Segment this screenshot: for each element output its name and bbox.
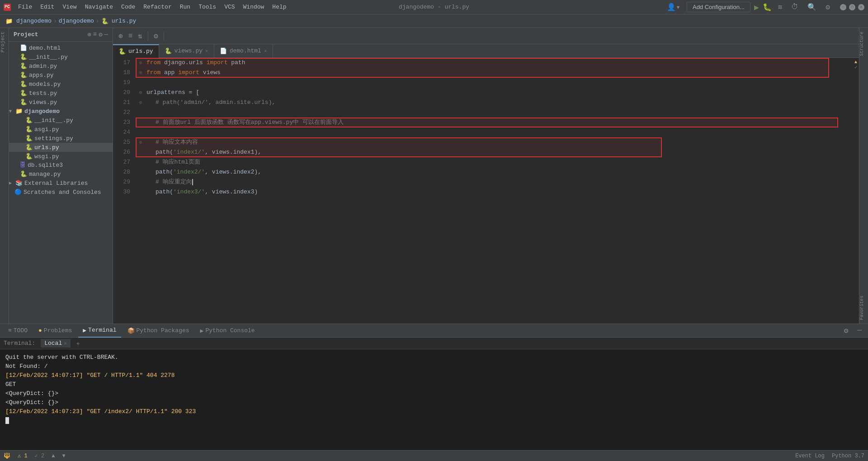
- tree-item-init2[interactable]: 🐍 __init__.py: [9, 116, 113, 125]
- tree-item-urls[interactable]: 🐍 urls.py: [9, 143, 113, 152]
- warnings-badge[interactable]: ⚠ 1: [18, 452, 28, 459]
- code-editor[interactable]: 17 18 19 20 21 22 23 24 25 26 27 28 29 3…: [113, 58, 859, 324]
- packages-label: Python Packages: [137, 327, 189, 334]
- tab-close-views[interactable]: ✕: [205, 48, 208, 54]
- toolbar-sep: [148, 32, 148, 41]
- code-content[interactable]: ⊙ from django.urls import path ⊙ from ap…: [136, 58, 852, 324]
- favorites-label: Favorites: [859, 292, 868, 324]
- menu-file[interactable]: File: [14, 3, 36, 11]
- editor-toolbar: ⊕ ≡ ⇅ ⚙: [113, 28, 859, 44]
- settings-icon[interactable]: ⚙: [823, 2, 833, 13]
- tree-item-admin[interactable]: 🐍 admin.py: [9, 61, 113, 71]
- tab-close-demo[interactable]: ✕: [264, 48, 267, 54]
- py-file-icon: 🐍: [20, 53, 27, 61]
- panel-tab-python-packages[interactable]: 📦 Python Packages: [123, 324, 194, 338]
- event-log-link[interactable]: Event Log: [795, 453, 825, 459]
- toolbar-sep2: [164, 32, 164, 41]
- tree-item-init[interactable]: 🐍 __init__.py: [9, 52, 113, 61]
- sidebar-gear-icon[interactable]: ⚙: [99, 31, 102, 38]
- tree-item-manage[interactable]: 🐍 manage.py: [9, 169, 113, 179]
- menu-refactor[interactable]: Refactor: [140, 3, 175, 11]
- checks-badge[interactable]: ✓ 2: [35, 452, 45, 459]
- breadcrumb-file[interactable]: urls.py: [112, 18, 137, 24]
- window-controls: 👤▾ Add Configuration... ▶ 🐛 ≋ ⏱ 🔍 ⚙ — ❐ …: [664, 2, 864, 13]
- expand-btn[interactable]: ⇅: [136, 31, 144, 42]
- html-file-icon: 📄: [20, 44, 27, 52]
- add-config-button[interactable]: Add Configuration...: [687, 2, 750, 12]
- code-line-23: # 前面放url 后面放函数 函数写在app.views.py中 可以在前面导入: [136, 118, 852, 127]
- code-line-27: # 响应html页面: [136, 157, 852, 167]
- terminal-output: Quit the server with CTRL-BREAK. Not Fou…: [0, 349, 868, 450]
- terminal-local-tab[interactable]: Local ✕: [41, 339, 71, 348]
- tree-item-tests[interactable]: 🐍 tests.py: [9, 89, 113, 98]
- maximize-button[interactable]: ❐: [849, 4, 855, 10]
- py-file-icon: 🐍: [20, 62, 27, 70]
- py-file-icon: 🐍: [25, 153, 33, 160]
- collapse-all-btn[interactable]: ≡: [127, 31, 135, 41]
- todo-label: TODO: [14, 327, 28, 334]
- code-line-28: path('index2/', views.index2),: [136, 167, 852, 177]
- tree-item-models[interactable]: 🐍 models.py: [9, 80, 113, 89]
- search-everywhere-icon[interactable]: 🔍: [805, 2, 819, 13]
- panel-hide-icon[interactable]: —: [854, 325, 864, 336]
- panel-tab-terminal[interactable]: ▶ Terminal: [78, 324, 121, 338]
- tab-views-py[interactable]: 🐍 views.py ✕: [159, 44, 214, 58]
- profile-button[interactable]: ⏱: [788, 2, 801, 12]
- tree-item-views[interactable]: 🐍 views.py: [9, 98, 113, 107]
- menu-navigate[interactable]: Navigate: [81, 3, 117, 11]
- coverage-button[interactable]: ≋: [775, 2, 785, 13]
- tree-expand-icon: ▼: [9, 109, 14, 114]
- sidebar-collapse-icon[interactable]: ≡: [93, 31, 97, 38]
- tree-item-db[interactable]: 🗄 db.sqlite3: [9, 161, 113, 169]
- menu-edit[interactable]: Edit: [37, 3, 58, 11]
- scope-btn[interactable]: ⊕: [117, 31, 125, 42]
- tree-item-djangodemo-folder[interactable]: ▼ 📁 djangodemo: [9, 107, 113, 116]
- menu-run[interactable]: Run: [176, 3, 194, 11]
- local-tab-close[interactable]: ✕: [64, 340, 67, 346]
- library-icon: 📚: [15, 179, 23, 187]
- panel-tab-problems[interactable]: ● Problems: [34, 324, 76, 338]
- panel-tab-todo[interactable]: ≡ TODO: [4, 324, 32, 338]
- menu-code[interactable]: Code: [118, 3, 139, 11]
- fold-icon: ⊙: [139, 98, 146, 108]
- terminal-inner-tabs: Terminal: Local ✕ ＋: [0, 338, 868, 349]
- term-line-4: GET: [5, 380, 863, 389]
- py-file-icon: 🐍: [20, 89, 27, 97]
- sidebar-scope-icon[interactable]: ⊕: [87, 31, 91, 38]
- tree-item-external-libs[interactable]: ▶ 📚 External Libraries: [9, 179, 113, 188]
- breadcrumb-root[interactable]: djangodemo: [16, 18, 52, 24]
- sidebar-hide-icon[interactable]: —: [104, 31, 108, 38]
- side-labels: Project: [0, 28, 9, 324]
- menu-view[interactable]: View: [59, 3, 80, 11]
- main-area: Project Project ⊕ ≡ ⚙ — 📄 demo.html 🐍: [0, 28, 868, 324]
- settings-btn[interactable]: ⚙: [152, 31, 160, 42]
- fold-icon: ⊖: [139, 88, 146, 98]
- tree-item-scratches[interactable]: 🔵 Scratches and Consoles: [9, 188, 113, 197]
- add-terminal-btn[interactable]: ＋: [72, 339, 84, 348]
- py-file-icon: 🐍: [25, 135, 33, 142]
- debug-button[interactable]: 🐛: [763, 3, 772, 12]
- python-version-label[interactable]: Python 3.7: [832, 453, 864, 459]
- menu-vcs[interactable]: VCS: [221, 3, 238, 11]
- breadcrumb-project[interactable]: djangodemo: [59, 18, 94, 24]
- run-button[interactable]: ▶: [754, 2, 759, 12]
- menu-window[interactable]: Window: [240, 3, 268, 11]
- tree-item-demo-html[interactable]: 📄 demo.html: [9, 43, 113, 52]
- tab-demo-html[interactable]: 📄 demo.html ✕: [214, 44, 273, 58]
- panel-tab-python-console[interactable]: ▶ Python Console: [196, 324, 259, 338]
- menu-tools[interactable]: Tools: [195, 3, 220, 11]
- sidebar-header: Project ⊕ ≡ ⚙ —: [9, 28, 113, 42]
- tree-item-wsgi[interactable]: 🐍 wsgi.py: [9, 152, 113, 161]
- tree-item-asgi[interactable]: 🐍 asgi.py: [9, 125, 113, 134]
- tab-urls-py[interactable]: 🐍 urls.py: [113, 44, 159, 58]
- fold-icon: ⊙: [139, 68, 146, 78]
- structure-label: Structure: [859, 28, 868, 60]
- user-icon[interactable]: 👤▾: [664, 2, 683, 13]
- minimize-button[interactable]: —: [840, 4, 846, 10]
- tree-item-apps[interactable]: 🐍 apps.py: [9, 71, 113, 80]
- close-button[interactable]: ✕: [858, 4, 864, 10]
- git-icon: 🔱: [4, 452, 10, 459]
- panel-settings-icon[interactable]: ⚙: [841, 325, 851, 336]
- menu-help[interactable]: Help: [269, 3, 290, 11]
- tree-item-settings[interactable]: 🐍 settings.py: [9, 134, 113, 143]
